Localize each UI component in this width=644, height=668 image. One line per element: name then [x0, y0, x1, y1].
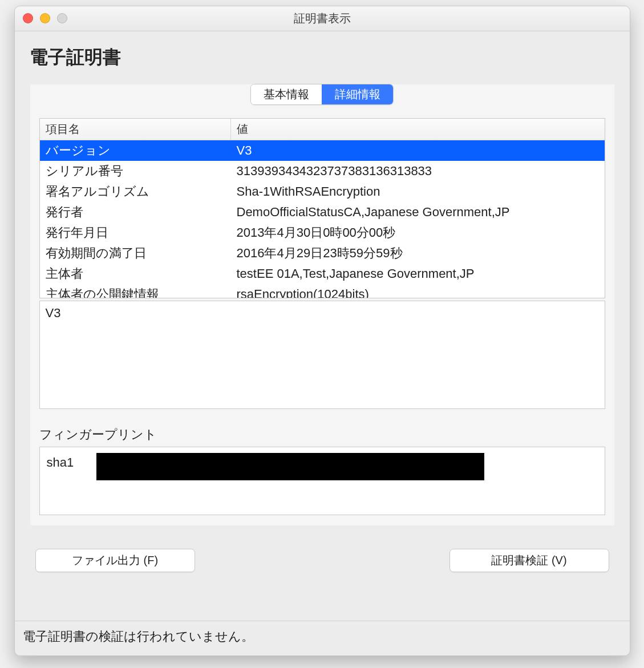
tab-basic[interactable]: 基本情報: [251, 84, 322, 104]
table-row[interactable]: 主体者の公開鍵情報rsaEncryption(1024bits): [40, 284, 605, 298]
cell-value: V3: [231, 143, 605, 158]
cell-name: 主体者の公開鍵情報: [40, 286, 231, 298]
cell-value: 2013年4月30日0時00分00秒: [231, 224, 605, 241]
tab-detail[interactable]: 詳細情報: [322, 84, 393, 104]
content-area: 電子証明書 基本情報 詳細情報 項目名 値 バージョンV3シリアル番号31393…: [15, 31, 630, 621]
cell-name: 署名アルゴリズム: [40, 183, 231, 200]
verify-button[interactable]: 証明書検証 (V): [449, 549, 609, 572]
cell-name: シリアル番号: [40, 163, 231, 180]
cell-value: Sha-1WithRSAEncryption: [231, 184, 605, 199]
cell-value: DemoOfficialStatusCA,Japanese Government…: [231, 205, 605, 220]
col-header-name[interactable]: 項目名: [40, 119, 231, 140]
table-row[interactable]: 有効期間の満了日2016年4月29日23時59分59秒: [40, 243, 605, 264]
table-row[interactable]: シリアル番号3139393434323737383136313833: [40, 161, 605, 181]
table-row[interactable]: 発行年月日2013年4月30日0時00分00秒: [40, 222, 605, 243]
cell-name: 発行者: [40, 204, 231, 221]
titlebar: 証明書表示: [15, 6, 630, 31]
page-title: 電子証明書: [30, 45, 615, 70]
cell-name: 主体者: [40, 265, 231, 282]
status-text: 電子証明書の検証は行われていません。: [23, 629, 254, 643]
tab-group: 基本情報 詳細情報: [250, 84, 394, 105]
fingerprint-value-redacted: [96, 453, 484, 480]
close-icon[interactable]: [23, 13, 33, 23]
minimize-icon[interactable]: [40, 13, 50, 23]
col-header-value[interactable]: 値: [231, 122, 605, 137]
cell-value: rsaEncryption(1024bits): [231, 287, 605, 298]
table-body[interactable]: バージョンV3シリアル番号313939343432373738313631383…: [40, 140, 605, 298]
value-detail-text: V3: [46, 306, 61, 320]
export-button[interactable]: ファイル出力 (F): [35, 549, 195, 572]
table-row[interactable]: 主体者testEE 01A,Test,Japanese Government,J…: [40, 264, 605, 284]
value-detail-box: V3: [39, 301, 605, 409]
cell-name: バージョン: [40, 142, 231, 159]
zoom-icon: [57, 13, 67, 23]
window-title: 証明書表示: [294, 11, 351, 26]
table-row[interactable]: バージョンV3: [40, 140, 605, 161]
table-row[interactable]: 署名アルゴリズムSha-1WithRSAEncryption: [40, 181, 605, 202]
table-header: 項目名 値: [40, 119, 605, 140]
cell-value: 2016年4月29日23時59分59秒: [231, 245, 605, 262]
table-row[interactable]: 発行者DemoOfficialStatusCA,Japanese Governm…: [40, 202, 605, 222]
details-panel: 基本情報 詳細情報 項目名 値 バージョンV3シリアル番号31393934343…: [30, 84, 615, 526]
cell-value: testEE 01A,Test,Japanese Government,JP: [231, 266, 605, 281]
fingerprint-box: sha1: [39, 447, 605, 515]
fingerprint-label: フィンガープリント: [39, 426, 605, 443]
fingerprint-type: sha1: [47, 453, 74, 470]
cell-value: 3139393434323737383136313833: [231, 164, 605, 179]
window-controls: [23, 13, 67, 23]
certificate-viewer-window: 証明書表示 電子証明書 基本情報 詳細情報 項目名 値 バージョンV3シリアル番…: [14, 6, 630, 656]
cell-name: 有効期間の満了日: [40, 245, 231, 262]
properties-table: 項目名 値 バージョンV3シリアル番号313939343432373738313…: [39, 118, 605, 298]
status-bar: 電子証明書の検証は行われていません。: [15, 621, 630, 655]
cell-name: 発行年月日: [40, 224, 231, 241]
action-buttons: ファイル出力 (F) 証明書検証 (V): [30, 549, 615, 572]
